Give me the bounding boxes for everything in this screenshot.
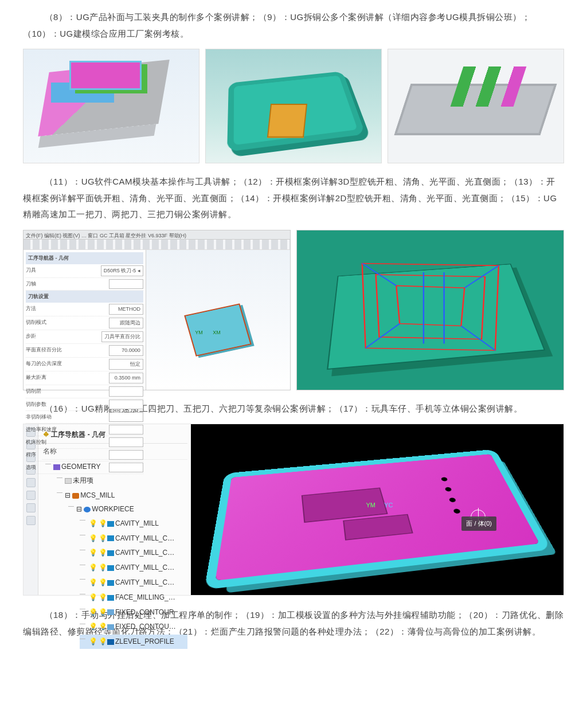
toolpath-preview xyxy=(296,230,564,390)
selection-tooltip: 面 / 体(0) xyxy=(461,516,496,531)
tree-op: 💡CAVITY_MILL xyxy=(80,516,187,531)
tree-op: 💡CAVITY_MILL_C… xyxy=(80,531,187,546)
tree-op: 💡FACE_MILLING_… xyxy=(80,590,187,605)
cut-level: 切削层 xyxy=(26,386,41,396)
cad-thumb-electrode xyxy=(205,49,382,163)
toolpath-lines xyxy=(345,252,516,364)
group-path: 刀轨设置 xyxy=(26,291,143,303)
group-program: 程序 xyxy=(26,450,36,460)
rail-icon xyxy=(26,491,36,500)
pct-label: 平面直径百分比 xyxy=(26,345,62,356)
paragraph-8-10: （8）：UG产品补面与工装夹具的制作多个案例讲解；（9）：UG拆铜公多个案例讲解… xyxy=(23,9,564,42)
model-pocket xyxy=(343,514,413,541)
method-value: METHOD xyxy=(109,304,143,315)
cam-operation-dialog: 工序导航器 - 几何 刀具D50R5 铁刀-5 ◂ 刀轴 刀轨设置 方法METH… xyxy=(24,250,146,390)
depth-label: 每刀的公共深度 xyxy=(26,359,62,370)
cutmode-label: 切削模式 xyxy=(26,318,46,328)
tool-label: 刀具 xyxy=(26,265,36,276)
step-label: 步距 xyxy=(26,331,36,342)
rail-icon xyxy=(26,516,36,525)
axis-triad: YM XM xyxy=(195,328,221,338)
maxdist-label: 最大距离 xyxy=(26,373,46,383)
ug-cam-screenshot: 文件(F) 编辑(E) 视图(V) … 窗口 GC 工具箱 星空外挂 V6.93… xyxy=(23,230,291,390)
cam-row: 文件(F) 编辑(E) 视图(V) … 窗口 GC 工具箱 星空外挂 V6.93… xyxy=(23,230,564,390)
cam-nav-header: 工序导航器 - 几何 xyxy=(26,252,143,264)
cut-params: 切削参数 xyxy=(26,400,46,409)
tree-geometry: GEOMETRY 未用项 ⊟ MCS_MILL ⊟ WORKPIECE 💡CAV… xyxy=(45,460,187,652)
cam-toolbar xyxy=(24,240,290,250)
cam-3d-view: YM XM xyxy=(146,250,290,390)
tool-value: D50R5 铁刀-5 ◂ xyxy=(101,265,143,276)
tree-op: 💡FIXED_CONTOU… xyxy=(80,620,187,635)
rail-icon xyxy=(26,503,36,512)
tree-ops-list: 💡CAVITY_MILL 💡CAVITY_MILL_C… 💡CAVITY_MIL… xyxy=(80,516,187,649)
method-label: 方法 xyxy=(26,304,36,315)
paragraph-11-15: （11）：UG软件CAM模块基本操作与工具讲解；（12）：开模框案例详解3D型腔… xyxy=(23,174,564,223)
tree-op: 💡CAVITY_MILL_C… xyxy=(80,575,187,590)
cad-thumb-row-1 xyxy=(23,49,564,163)
tree-workpiece: ⊟ WORKPIECE 💡CAVITY_MILL 💡CAVITY_MILL_C…… xyxy=(68,502,187,650)
tree-mcs-mill: ⊟ MCS_MILL ⊟ WORKPIECE 💡CAVITY_MILL 💡CAV… xyxy=(57,488,187,651)
group-axis: 刀轴 xyxy=(26,279,36,289)
cam-menubar: 文件(F) 编辑(E) 视图(V) … 窗口 GC 工具箱 星空外挂 V6.93… xyxy=(24,230,290,240)
rail-icon xyxy=(26,478,36,487)
depth-value: 恒定 xyxy=(109,359,143,370)
cad-thumb-housing xyxy=(388,49,564,163)
feed-speed: 进给率和速度 xyxy=(26,425,57,435)
step-value: 刀具平直百分比 xyxy=(101,331,143,342)
tree-op: 💡FIXED_CONTOUR xyxy=(80,605,187,620)
tree-op: 💡CAVITY_MILL_C… xyxy=(80,561,187,576)
noncut-move: 非切削移动 xyxy=(26,412,52,422)
model-view-pink: YM YC 面 / 体(0) xyxy=(191,424,563,595)
group-machine: 机床控制 xyxy=(26,437,46,447)
tree-op: 💡CAVITY_MILL_C… xyxy=(80,546,187,561)
cad-thumb-fixture xyxy=(23,49,199,163)
tree-unused: 未用项 xyxy=(57,473,187,488)
maxdist-value: 0.3500 mm xyxy=(109,373,143,383)
group-options: 选项 xyxy=(26,463,36,472)
cutmode-value: 跟随周边 xyxy=(109,318,143,328)
pct-value: 70.0000 xyxy=(109,345,143,356)
axis-labels: YM YC xyxy=(366,499,393,511)
tree-op-selected: 💡ZLEVEL_PROFILE xyxy=(80,635,187,649)
